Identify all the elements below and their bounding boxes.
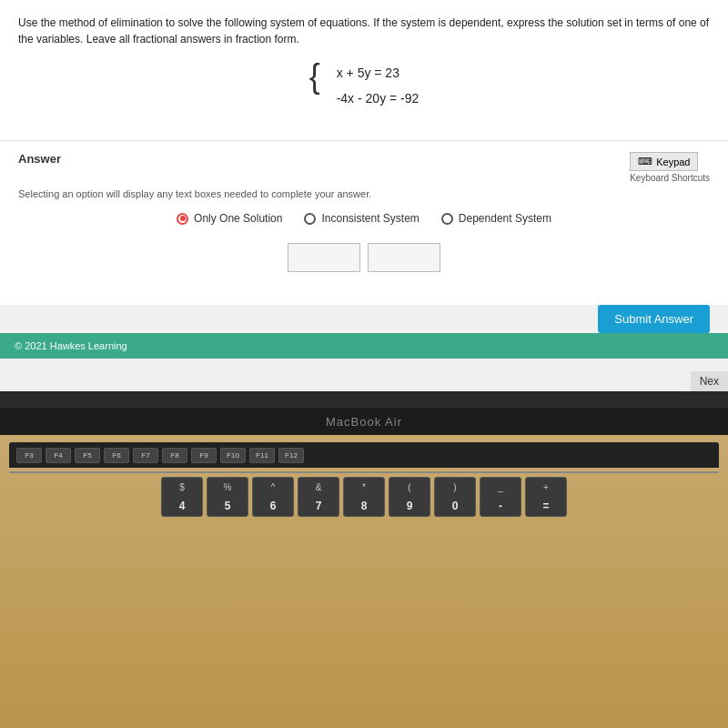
key-equals[interactable]: + = [525,477,567,517]
keyboard-shortcuts-label: Keyboard Shortcuts [630,173,710,183]
keypad-area: ⌨ Keypad Keyboard Shortcuts [630,152,710,183]
fn-key-f3[interactable]: F3 [16,448,42,463]
macbook-label: MacBook Air [326,415,402,429]
radio-option-only-one[interactable]: Only One Solution [177,212,282,225]
answer-input-y[interactable] [368,243,440,272]
key-6[interactable]: ^ 6 [252,477,294,517]
fn-key-f6[interactable]: F6 [104,448,129,463]
key-7[interactable]: & 7 [298,477,339,517]
fn-key-f4[interactable]: F4 [46,448,71,463]
answer-section: Answer ⌨ Keypad Keyboard Shortcuts Selec… [0,141,728,305]
copyright-text: © 2021 Hawkes Learning [15,340,127,351]
number-key-row: $ 4 % 5 ^ 6 & 7 * 8 ( 9 ) 0 _ - [9,477,719,517]
submit-row: Submit Answer [0,305,728,333]
answer-input-boxes [18,243,710,272]
key-4[interactable]: $ 4 [161,477,203,517]
selecting-text: Selecting an option will display any tex… [18,188,710,199]
radio-option-inconsistent[interactable]: Inconsistent System [304,212,419,225]
radio-label-dependent: Dependent System [459,212,551,225]
radio-options-group: Only One Solution Inconsistent System De… [18,212,710,225]
equation-lines: x + 5y = 23 -4x - 20y = -92 [328,60,420,111]
equation-line-2: -4x - 20y = -92 [337,86,420,111]
key-9[interactable]: ( 9 [389,477,430,517]
fn-key-f10[interactable]: F10 [220,448,246,463]
equation-box: { x + 5y = 23 -4x - 20y = -92 [18,60,710,111]
answer-input-x[interactable] [288,243,360,272]
fn-key-f12[interactable]: F12 [278,448,304,463]
macbook-label-area: MacBook Air [0,408,728,435]
question-instruction: Use the method of elimination to solve t… [18,15,710,47]
next-button[interactable]: Nex [691,371,728,391]
radio-dot-only-one [180,216,186,221]
fn-key-f9[interactable]: F9 [191,448,217,463]
answer-label: Answer [18,152,61,166]
footer-bar: © 2021 Hawkes Learning [0,333,728,359]
key-0[interactable]: ) 0 [434,477,476,517]
key-minus[interactable]: _ - [480,477,521,517]
macbook-bezel [0,391,728,408]
keypad-button[interactable]: ⌨ Keypad [630,152,698,171]
equation-content: { x + 5y = 23 -4x - 20y = -92 [309,60,420,111]
keypad-icon: ⌨ [638,156,652,167]
radio-label-only-one: Only One Solution [194,212,282,225]
brace-symbol: { [309,60,320,93]
fn-key-f8[interactable]: F8 [162,448,187,463]
fn-key-f11[interactable]: F11 [249,448,275,463]
screen-area: Use the method of elimination to solve t… [0,0,728,391]
radio-circle-only-one [177,213,188,225]
fn-key-f7[interactable]: F7 [133,448,158,463]
keyboard: F3 F4 F5 F6 F7 F8 F9 F10 F11 F12 $ 4 % 5… [0,435,728,728]
radio-option-dependent[interactable]: Dependent System [441,212,551,225]
radio-label-inconsistent: Inconsistent System [321,212,419,225]
answer-header: Answer ⌨ Keypad Keyboard Shortcuts [18,152,710,183]
keyboard-divider [9,471,719,473]
key-8[interactable]: * 8 [343,477,385,517]
fn-key-f5[interactable]: F5 [75,448,100,463]
equation-line-1: x + 5y = 23 [337,60,420,86]
submit-button[interactable]: Submit Answer [598,305,710,333]
radio-circle-dependent [441,213,453,225]
question-panel: Use the method of elimination to solve t… [0,0,728,141]
radio-circle-inconsistent [304,213,316,225]
key-5[interactable]: % 5 [207,477,248,517]
fn-key-row: F3 F4 F5 F6 F7 F8 F9 F10 F11 F12 [9,442,719,468]
